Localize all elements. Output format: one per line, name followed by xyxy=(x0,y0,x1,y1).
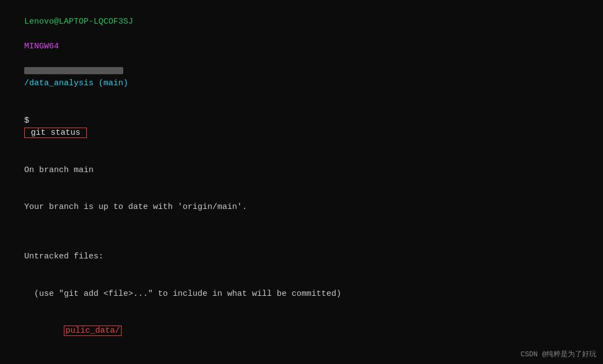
cmd-git-status: git status xyxy=(24,128,87,138)
shell-label-1: MINGW64 xyxy=(24,42,59,51)
file-pulic-data: pulic_data/ xyxy=(64,326,122,336)
terminal-window: Lenovo@LAPTOP-LQCOF3SJ MINGW64 /data_ana… xyxy=(0,0,603,364)
user-host-1: Lenovo@LAPTOP-LQCOF3SJ xyxy=(24,17,133,26)
to-text: to xyxy=(158,289,168,299)
output-pulic-data: pulic_data/ xyxy=(4,313,599,350)
empty-line-2 xyxy=(4,350,599,362)
path-suffix-1: /data_analysis (main) xyxy=(24,79,128,88)
prompt-line-1: Lenovo@LAPTOP-LQCOF3SJ MINGW64 /data_ana… xyxy=(4,3,599,102)
output-branch: On branch main xyxy=(4,152,599,189)
watermark: CSDN @纯粹是为了好玩 xyxy=(520,349,596,360)
path-blurred-1 xyxy=(24,67,123,75)
output-use-add: (use "git add <file>..." to include in w… xyxy=(4,275,599,313)
empty-line-1 xyxy=(4,226,599,239)
output-uptodate: Your branch is up to date with 'origin/m… xyxy=(4,189,599,227)
output-nothing-added: nothing added to commit but untracked fi… xyxy=(4,362,599,365)
command-line-git-status: $ git status xyxy=(4,102,599,152)
output-untracked: Untracked files: xyxy=(4,239,599,276)
